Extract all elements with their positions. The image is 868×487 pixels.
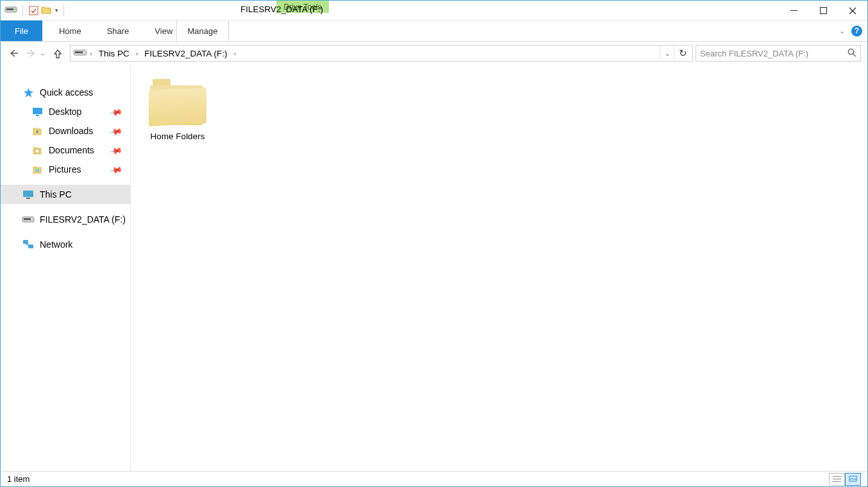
drive-icon xyxy=(4,6,17,15)
downloads-icon xyxy=(31,126,43,137)
svg-rect-20 xyxy=(26,198,30,199)
body: Quick access Desktop 📌 Downloads 📌 Docum… xyxy=(1,65,867,471)
nav-documents[interactable]: Documents 📌 xyxy=(1,141,130,160)
svg-rect-3 xyxy=(29,6,38,15)
folder-label: Home Folders xyxy=(142,132,213,141)
nav-label: FILESRV2_DATA (F:) xyxy=(40,214,126,225)
titlebar: ▾ Drive Tools FILESRV2_DATA (F:) xyxy=(1,1,867,21)
tab-file[interactable]: File xyxy=(1,21,42,41)
status-bar: 1 item xyxy=(1,471,867,486)
maximize-button[interactable] xyxy=(808,1,838,21)
item-count: 1 item xyxy=(7,474,29,484)
pin-icon: 📌 xyxy=(109,162,123,176)
nav-label: Documents xyxy=(49,145,94,155)
svg-point-2 xyxy=(15,9,16,10)
nav-label: Downloads xyxy=(49,126,93,136)
nav-label: Network xyxy=(40,239,72,250)
refresh-button[interactable]: ↻ xyxy=(674,46,691,61)
nav-drive[interactable]: FILESRV2_DATA (F:) xyxy=(1,210,130,229)
this-pc-icon xyxy=(22,189,34,200)
svg-point-12 xyxy=(848,49,853,54)
svg-rect-16 xyxy=(36,115,39,116)
navigation-pane: Quick access Desktop 📌 Downloads 📌 Docum… xyxy=(1,65,131,471)
nav-this-pc[interactable]: This PC xyxy=(1,185,130,204)
ribbon-right: ⌄ ? xyxy=(839,21,862,41)
nav-network[interactable]: Network xyxy=(1,235,130,254)
documents-icon xyxy=(31,145,43,156)
folder-icon xyxy=(149,79,206,125)
breadcrumb-drive[interactable]: FILESRV2_DATA (F:) xyxy=(140,49,231,58)
tab-home[interactable]: Home xyxy=(46,21,94,41)
search-placeholder: Search FILESRV2_DATA (F:) xyxy=(700,49,808,58)
window-title: FILESRV2_DATA (F:) xyxy=(240,4,323,14)
details-view-button[interactable] xyxy=(829,473,845,486)
qat-dropdown-icon[interactable]: ▾ xyxy=(55,7,58,13)
svg-marker-14 xyxy=(24,88,33,98)
nav-label: Pictures xyxy=(49,164,81,175)
pin-icon: 📌 xyxy=(109,124,123,137)
svg-rect-11 xyxy=(75,51,83,53)
properties-icon[interactable] xyxy=(28,5,38,15)
breadcrumb-separator[interactable]: › xyxy=(135,49,140,57)
desktop-icon xyxy=(31,107,43,117)
svg-rect-28 xyxy=(833,481,841,482)
help-icon[interactable]: ? xyxy=(851,26,862,37)
search-box[interactable]: Search FILESRV2_DATA (F:) xyxy=(696,45,861,62)
address-history-dropdown[interactable]: ⌄ xyxy=(660,46,674,61)
minimize-button[interactable] xyxy=(779,1,808,21)
nav-desktop[interactable]: Desktop 📌 xyxy=(1,102,130,121)
pictures-icon xyxy=(31,164,43,175)
network-icon xyxy=(22,239,34,250)
window-controls xyxy=(779,1,867,21)
nav-pictures[interactable]: Pictures 📌 xyxy=(1,160,130,179)
recent-locations-dropdown[interactable]: ⌄ xyxy=(40,50,46,56)
content-pane[interactable]: Home Folders xyxy=(131,65,867,471)
pin-icon: 📌 xyxy=(109,105,123,118)
address-bar-end: ⌄ ↻ xyxy=(660,46,691,61)
breadcrumb-separator[interactable]: › xyxy=(232,49,237,57)
svg-rect-19 xyxy=(23,191,33,197)
nav-label: Quick access xyxy=(40,87,93,98)
drive-icon xyxy=(22,214,34,225)
quick-access-toolbar: ▾ xyxy=(1,1,67,20)
svg-rect-26 xyxy=(833,476,841,477)
tab-share[interactable]: Share xyxy=(94,21,142,41)
svg-rect-17 xyxy=(35,150,39,153)
pin-icon: 📌 xyxy=(109,143,123,157)
close-button[interactable] xyxy=(838,1,867,21)
address-bar[interactable]: › This PC › FILESRV2_DATA (F:) › ⌄ ↻ xyxy=(70,45,693,62)
nav-arrows: ⌄ xyxy=(8,49,62,58)
ribbon-collapse-icon[interactable]: ⌄ xyxy=(839,27,845,35)
view-switcher xyxy=(829,473,861,486)
breadcrumb-separator[interactable]: › xyxy=(88,49,94,57)
nav-label: Desktop xyxy=(49,107,81,117)
drive-icon xyxy=(73,49,87,58)
folder-item-home-folders[interactable]: Home Folders xyxy=(142,79,213,141)
quick-access-icon xyxy=(22,87,34,98)
nav-quick-access[interactable]: Quick access xyxy=(1,83,130,102)
separator xyxy=(63,4,64,16)
nav-label: This PC xyxy=(40,189,72,200)
svg-rect-27 xyxy=(833,479,841,479)
tab-manage[interactable]: Manage xyxy=(176,21,229,41)
back-button[interactable] xyxy=(8,49,19,58)
svg-rect-5 xyxy=(820,8,826,14)
forward-button[interactable] xyxy=(26,49,37,58)
breadcrumb-this-pc[interactable]: This PC xyxy=(95,49,133,58)
separator xyxy=(22,4,23,16)
search-icon[interactable] xyxy=(847,48,856,59)
svg-rect-23 xyxy=(23,240,28,244)
nav-downloads[interactable]: Downloads 📌 xyxy=(1,121,130,141)
up-button[interactable] xyxy=(53,49,62,58)
new-folder-icon[interactable] xyxy=(41,5,51,15)
svg-rect-15 xyxy=(33,108,42,114)
svg-rect-1 xyxy=(6,8,13,10)
icons-view-button[interactable] xyxy=(845,473,861,486)
ribbon-tabs: File Home Share View Manage ⌄ ? xyxy=(1,21,867,42)
svg-rect-18 xyxy=(35,169,39,172)
svg-rect-22 xyxy=(24,218,31,220)
navigation-row: ⌄ › This PC › FILESRV2_DATA (F:) › ⌄ ↻ S… xyxy=(1,42,867,65)
svg-line-13 xyxy=(853,53,856,56)
